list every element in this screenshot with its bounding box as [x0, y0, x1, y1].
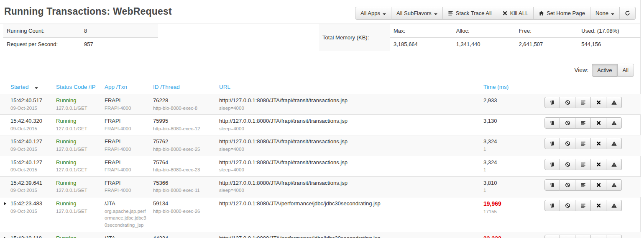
cell-status: Running 127.0.0.1/GET — [53, 197, 101, 232]
refresh-button[interactable] — [620, 7, 636, 20]
cell-time: 19,969 17155 — [480, 197, 533, 232]
ban-icon — [565, 162, 570, 167]
stats-section: Running Count: 8 Request per Second: 957… — [0, 24, 640, 52]
book-icon — [549, 162, 555, 167]
all-apps-dropdown[interactable]: All Apps — [355, 7, 391, 20]
stack-trace-button[interactable] — [575, 117, 591, 129]
all-subflavors-dropdown[interactable]: All SubFlavors — [391, 7, 443, 20]
txn-id: 75366 — [153, 179, 212, 187]
stack-trace-button[interactable] — [575, 138, 591, 149]
cell-actions — [533, 176, 641, 197]
stack-trace-button[interactable] — [575, 97, 591, 108]
details-button[interactable] — [544, 200, 560, 211]
kill-button[interactable] — [591, 97, 606, 108]
kill-button[interactable] — [591, 235, 606, 238]
warning-button[interactable] — [606, 200, 622, 211]
cell-status: Running 127.0.0.1/GET — [53, 94, 101, 115]
request-url: http://127.0.0.1:8080/JTA/frapi/transit/… — [219, 138, 477, 145]
memory-alloc-value: 1,341,440 — [453, 38, 516, 51]
warning-button[interactable] — [606, 179, 622, 191]
all-apps-label: All Apps — [360, 10, 380, 16]
header-actions — [533, 80, 641, 94]
header-started-label: Started — [10, 84, 29, 90]
warning-button[interactable] — [606, 138, 622, 149]
expand-arrow-icon[interactable] — [4, 237, 6, 238]
details-button[interactable] — [544, 138, 560, 149]
warning-button[interactable] — [606, 159, 622, 170]
cell-app: FRAPI FRAPI-4000 — [101, 156, 150, 176]
kill-button[interactable] — [591, 200, 606, 211]
thread-name: http-bio-8080-exec-26 — [153, 208, 212, 215]
txn-name: FRAPI-4000 — [105, 146, 146, 153]
header-app-txn[interactable]: App /Txn — [101, 80, 150, 94]
status-badge: Running — [56, 138, 98, 145]
app-name: FRAPI — [105, 179, 146, 187]
stack-trace-button[interactable] — [575, 235, 591, 238]
stack-trace-button[interactable] — [575, 159, 591, 170]
kill-button[interactable] — [591, 117, 606, 129]
view-all-button[interactable]: All — [618, 64, 634, 77]
header-url[interactable]: URL — [216, 80, 480, 94]
cell-started: 15:42:40.127 09-Oct-2015 — [0, 135, 53, 156]
request-params: sleep=4000 — [219, 146, 477, 153]
details-button[interactable] — [544, 235, 560, 238]
stack-trace-all-button[interactable]: Stack Trace All — [443, 7, 497, 20]
warning-icon — [611, 162, 617, 167]
stack-trace-button[interactable] — [575, 200, 591, 211]
refresh-icon — [625, 10, 630, 16]
stack-trace-icon — [580, 182, 586, 188]
view-active-button[interactable]: Active — [592, 64, 617, 77]
ignore-button[interactable] — [560, 179, 575, 191]
none-dropdown[interactable]: None — [590, 7, 620, 20]
warning-button[interactable] — [606, 235, 622, 238]
view-label: View: — [574, 67, 588, 73]
details-button[interactable] — [544, 117, 560, 129]
details-button[interactable] — [544, 159, 560, 170]
cell-url: http://127.0.0.1:8080/JTA/performance/jd… — [216, 232, 480, 238]
header-started[interactable]: Started — [0, 80, 53, 94]
row-actions — [544, 97, 622, 108]
cell-id: 75762 http-bio-8080-exec-25 — [150, 135, 216, 156]
warning-button[interactable] — [606, 117, 622, 129]
table-row: 15:42:40.320 09-Oct-2015 Running 127.0.0… — [0, 115, 641, 135]
kill-button[interactable] — [591, 179, 606, 191]
header-status-code-ip[interactable]: Status Code /IP — [53, 80, 101, 94]
ignore-button[interactable] — [560, 200, 575, 211]
set-home-page-button[interactable]: Set Home Page — [534, 7, 590, 20]
cell-url: http://127.0.0.1:8080/JTA/performance/jd… — [216, 197, 480, 232]
status-badge: Running — [56, 117, 98, 125]
expand-arrow-icon[interactable] — [4, 202, 6, 205]
page-header: Running Transactions: WebRequest All App… — [0, 0, 640, 23]
details-button[interactable] — [544, 97, 560, 108]
kill-button[interactable] — [591, 138, 606, 149]
warning-button[interactable] — [606, 97, 622, 108]
ban-icon — [565, 141, 570, 146]
txn-id: 75995 — [153, 117, 212, 125]
header-id-thread[interactable]: ID /Thread — [150, 80, 216, 94]
running-count-label: Running Count: — [7, 28, 84, 34]
ignore-button[interactable] — [560, 235, 575, 238]
header-time-ms[interactable]: Time (ms) — [480, 80, 533, 94]
request-url: http://127.0.0.1:8080/JTA/performance/jd… — [219, 200, 477, 207]
counters-table: Running Count: 8 Request per Second: 957 — [3, 24, 158, 51]
memory-header-row: Max: Alloc: Free: Used: (17.08%) — [390, 24, 641, 37]
cell-actions — [533, 115, 641, 135]
table-row: 15:42:40.517 09-Oct-2015 Running 127.0.0… — [0, 94, 641, 115]
thread-name: http-bio-8080-exec-8 — [153, 105, 212, 112]
stack-trace-button[interactable] — [575, 179, 591, 191]
txn-id: 59134 — [153, 200, 212, 207]
details-button[interactable] — [544, 179, 560, 191]
home-icon — [539, 10, 544, 16]
ignore-button[interactable] — [560, 97, 575, 108]
all-subflavors-label: All SubFlavors — [396, 10, 432, 16]
kill-all-button[interactable]: Kill ALL — [497, 7, 534, 20]
ignore-button[interactable] — [560, 159, 575, 170]
ignore-button[interactable] — [560, 117, 575, 129]
kill-button[interactable] — [591, 159, 606, 170]
top-toolbar: All Apps All SubFlavors Stack Trace All … — [355, 7, 636, 20]
kill-icon — [596, 162, 601, 167]
cell-id: 75366 http-bio-8080-exec-11 — [150, 176, 216, 197]
cell-started: 15:42:39.641 09-Oct-2015 — [0, 176, 53, 197]
ignore-button[interactable] — [560, 138, 575, 149]
warning-icon — [611, 141, 617, 146]
